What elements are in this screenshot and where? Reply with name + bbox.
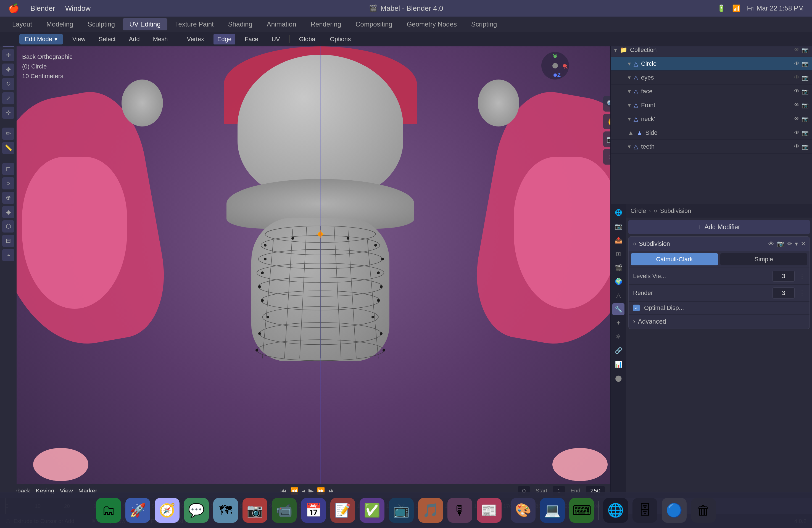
collection-visibility-icon[interactable]: 👁 [794,47,800,53]
dock-podcasts[interactable]: 🎙 [447,498,472,523]
collection-render-icon[interactable]: 📷 [802,47,809,53]
tab-texture-paint[interactable]: Texture Paint [169,18,220,30]
tab-layout[interactable]: Layout [5,18,39,30]
tab-animation[interactable]: Animation [260,18,303,30]
render-slider[interactable]: ⋮ [799,289,805,297]
props-output-icon[interactable]: 📤 [612,234,624,246]
props-data-icon[interactable]: 📊 [612,358,624,371]
tool-bevel[interactable]: ⬡ [2,220,14,233]
tab-sculpting[interactable]: Sculpting [81,18,121,30]
tool-rotate[interactable]: ↻ [2,78,14,90]
props-constraints-icon[interactable]: 🔗 [612,344,624,357]
outliner-item-eyes[interactable]: ▾ △ eyes 👁 📷 [611,71,812,85]
outliner-item-neck[interactable]: ▾ △ neck' 👁 📷 [611,112,812,126]
modifier-apply-icon[interactable]: ▾ [795,240,798,247]
tool-move[interactable]: ✥ [2,63,14,76]
item-vis-teeth[interactable]: 👁 [794,143,800,150]
dock-facetime[interactable]: 📹 [272,498,296,523]
props-modifiers-icon[interactable]: 🔧 [612,303,624,316]
tool-scale[interactable]: ⤢ [2,92,14,104]
props-view-layer-icon[interactable]: ⊞ [612,248,624,260]
props-scene-data-icon[interactable]: 🎬 [612,262,624,274]
tool-knife[interactable]: ⌁ [2,249,14,261]
toolbar-add[interactable]: Add [125,34,144,44]
levels-viewport-value[interactable]: 3 [772,270,795,282]
dock-terminal[interactable]: ⌨ [569,498,594,523]
item-vis-eyes[interactable]: 👁 [794,74,800,81]
tab-geometry-nodes[interactable]: Geometry Nodes [400,18,463,30]
toolbar-mesh[interactable]: Mesh [149,34,172,44]
dock-vscode[interactable]: 💻 [540,498,565,523]
outliner-item-front[interactable]: ▾ △ Front 👁 📷 [611,98,812,112]
outliner-item-face[interactable]: ▾ △ face 👁 📷 [611,85,812,98]
tab-compositing[interactable]: Compositing [349,18,399,30]
tool-extrude[interactable]: ⊕ [2,192,14,204]
toolbar-options[interactable]: Options [326,34,354,44]
item-vis-face[interactable]: 👁 [794,88,800,95]
edit-mode-button[interactable]: Edit Mode ▾ [19,34,63,44]
toolbar-global[interactable]: Global [295,34,321,44]
dock-chrome[interactable]: 🌐 [603,498,628,523]
dock-blender[interactable]: 🎨 [511,498,536,523]
item-render-side[interactable]: 📷 [802,130,809,136]
item-render-teeth[interactable]: 📷 [802,143,809,150]
toolbar-face[interactable]: Face [241,34,262,44]
item-vis-neck[interactable]: 👁 [794,116,800,122]
advanced-toggle[interactable]: › Advanced [633,318,805,325]
toolbar-vertex[interactable]: Vertex [183,34,208,44]
add-modifier-button[interactable]: + Add Modifier [628,220,810,234]
dock-apple-tv[interactable]: 📺 [389,498,414,523]
dock-messages[interactable]: 💬 [184,498,209,523]
viewport-gizmo[interactable]: X Y Z [541,52,575,85]
dock-safari[interactable]: 🧭 [155,498,179,523]
toolbar-uv[interactable]: UV [267,34,284,44]
tab-rendering[interactable]: Rendering [304,18,348,30]
dock-reminders[interactable]: ✅ [360,498,385,523]
tab-scripting[interactable]: Scripting [465,18,504,30]
props-physics-icon[interactable]: ⚛ [612,331,624,343]
props-scene-icon[interactable]: 🌐 [612,207,624,219]
modifier-render-icon[interactable]: 📷 [777,240,784,247]
modifier-realtime-icon[interactable]: 👁 [768,240,774,247]
props-render-icon[interactable]: 📷 [612,220,624,233]
apple-menu[interactable]: 🍎 [8,3,19,14]
tab-uv-editing[interactable]: UV Editing [122,18,167,30]
dock-calendar[interactable]: 📅 [301,498,326,523]
dock-maps[interactable]: 🗺 [213,498,238,523]
tab-simple[interactable]: Simple [720,253,808,265]
toolbar-select[interactable]: Select [95,34,119,44]
outliner-item-teeth[interactable]: ▾ △ teeth 👁 📷 [611,140,812,153]
item-render-eyes[interactable]: 📷 [802,74,809,81]
props-particles-icon[interactable]: ✦ [612,317,624,329]
item-vis-circle[interactable]: 👁 [794,60,800,67]
window-menu[interactable]: Window [65,4,91,13]
item-render-neck[interactable]: 📷 [802,116,809,122]
dock-news[interactable]: 📰 [477,498,502,523]
item-vis-side[interactable]: 👁 [794,130,800,136]
dock-music[interactable]: 🎵 [418,498,443,523]
props-world-icon[interactable]: 🌍 [612,276,624,288]
dock-files[interactable]: 🗄 [633,498,657,523]
tool-add-sphere[interactable]: ○ [2,177,14,189]
dock-finder[interactable]: 🗂 [96,498,121,523]
props-material-icon[interactable]: ⬤ [612,372,624,384]
modifier-close-icon[interactable]: ✕ [801,240,806,247]
tool-measure[interactable]: 📏 [2,142,14,154]
outliner-item-circle[interactable]: ▾ △ Circle 👁 📷 [611,57,812,71]
tool-add-cube[interactable]: □ [2,163,14,175]
dock-zoom[interactable]: 🔵 [662,498,686,523]
tab-shading[interactable]: Shading [221,18,259,30]
tab-modeling[interactable]: Modeling [40,18,80,30]
dock-notes[interactable]: 📝 [330,498,355,523]
dock-photos[interactable]: 📷 [243,498,267,523]
levels-viewport-slider[interactable]: ⋮ [799,273,805,280]
tool-cursor[interactable]: ✛ [2,49,14,61]
dock-launchpad[interactable]: 🚀 [126,498,150,523]
dock-trash[interactable]: 🗑 [691,498,716,523]
outliner-item-side[interactable]: ▲ ▲ Side 👁 📷 [611,126,812,140]
item-render-circle[interactable]: 📷 [802,60,809,67]
tool-annotate[interactable]: ✏ [2,128,14,140]
render-value[interactable]: 3 [772,288,795,298]
optimal-disp-checkbox[interactable]: ✓ [633,305,640,311]
main-viewport[interactable]: Back Orthographic (0) Circle 10 Centimet… [17,46,624,498]
